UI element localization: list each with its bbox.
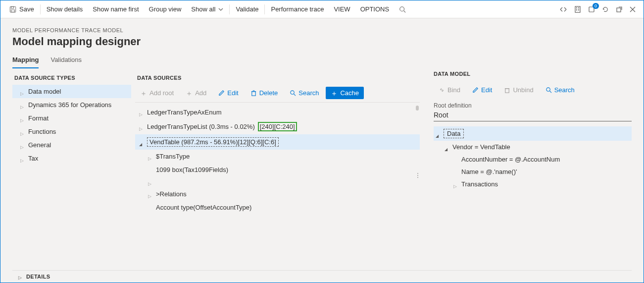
delete-icon <box>504 87 510 93</box>
row-label: Transactions <box>461 180 498 188</box>
data-source-row[interactable]: Account type(OffsetAccountType) <box>135 201 420 214</box>
delete-button[interactable]: Delete <box>246 87 283 99</box>
root-definition-value[interactable]: Root <box>434 110 632 121</box>
row-label: Vendor = VendTable <box>452 143 510 151</box>
add-button[interactable]: ＋Add <box>181 87 211 99</box>
cache-button[interactable]: ＋ Cache <box>326 87 364 99</box>
link-icon <box>439 87 445 93</box>
data-source-type-item[interactable]: Data model <box>12 85 131 98</box>
data-model-row[interactable]: Data <box>434 126 632 141</box>
svg-rect-5 <box>575 6 580 12</box>
notifications-icon[interactable]: 0 <box>588 6 595 13</box>
search-button[interactable]: Search <box>285 87 324 99</box>
edit-button[interactable]: Edit <box>213 87 243 99</box>
separator <box>229 4 230 14</box>
chevron-right-icon <box>148 192 153 197</box>
separator <box>40 4 41 14</box>
item-label: General <box>28 141 51 149</box>
search-button[interactable]: Search <box>541 84 580 96</box>
data-source-row[interactable]: 1099 box(Tax1099Fields) <box>135 163 420 176</box>
chevron-right-icon <box>139 110 144 115</box>
data-model-row[interactable]: AccountNumber = @.AccountNum <box>434 153 632 166</box>
chevron-down-icon <box>445 145 449 150</box>
search-icon <box>290 90 296 96</box>
panel-resize-handle[interactable] <box>416 170 420 180</box>
search-toolbar-button[interactable] <box>394 0 411 18</box>
svg-rect-0 <box>10 6 15 12</box>
show-details-button[interactable]: Show details <box>42 0 88 18</box>
data-source-type-item[interactable]: Format <box>12 112 131 125</box>
svg-line-18 <box>294 94 296 96</box>
chevron-right-icon <box>148 154 153 159</box>
data-source-type-item[interactable]: Dynamics 365 for Operations <box>12 98 131 112</box>
refresh-icon[interactable] <box>602 6 609 13</box>
chevron-down-icon <box>139 140 144 145</box>
item-label: Functions <box>28 128 56 135</box>
popout-icon[interactable] <box>616 6 623 13</box>
main-content: MODEL PERFORMANCE TRACE MODEL Model mapp… <box>0 18 644 283</box>
data-source-type-item[interactable]: Functions <box>12 125 131 138</box>
row-label: 1099 box(Tax1099Fields) <box>156 166 228 173</box>
data-model-header: DATA MODEL <box>434 71 632 82</box>
tab-mapping[interactable]: Mapping <box>12 53 39 68</box>
edit-button[interactable]: Edit <box>467 84 497 96</box>
show-name-first-button[interactable]: Show name first <box>88 0 144 18</box>
save-button[interactable]: Save <box>4 0 39 18</box>
tab-validations[interactable]: Validations <box>50 53 82 68</box>
data-model-row[interactable]: Transactions <box>434 178 632 190</box>
connector-icon[interactable] <box>559 6 567 12</box>
chevron-right-icon <box>20 89 25 94</box>
close-icon[interactable] <box>630 6 636 12</box>
view-button[interactable]: VIEW <box>329 0 355 18</box>
data-source-type-item[interactable]: General <box>12 138 131 152</box>
search-icon <box>399 6 406 13</box>
data-source-row[interactable]: VendTable (987.2ms - 56.91%)[12][Q:6][C:… <box>135 134 420 150</box>
options-button[interactable]: OPTIONS <box>355 0 395 18</box>
performance-trace-button[interactable]: Performance trace <box>266 0 329 18</box>
chevron-right-icon <box>20 103 25 108</box>
svg-rect-7 <box>578 7 579 8</box>
data-model-tree: DataVendor = VendTableAccountNumber = @.… <box>434 126 632 190</box>
plus-icon: ＋ <box>140 90 147 97</box>
row-label: Name = @.'name()' <box>461 168 517 175</box>
data-source-row[interactable] <box>135 176 420 187</box>
show-all-dropdown[interactable]: Show all <box>186 0 228 18</box>
data-model-row[interactable]: Vendor = VendTable <box>434 141 632 153</box>
item-label: Dynamics 365 for Operations <box>28 101 111 109</box>
chevron-right-icon <box>20 143 25 148</box>
svg-rect-11 <box>617 8 621 12</box>
row-label: LedgerTransTypeList (0.3ms - 0.02%) <box>147 123 255 130</box>
chevron-right-icon <box>20 129 25 134</box>
edit-icon <box>218 90 225 96</box>
data-sources-action-bar: ＋Add root ＋Add Edit Delete Search ＋ Cach… <box>135 85 420 103</box>
row-label: Data <box>444 129 464 138</box>
chevron-right-icon <box>148 179 153 184</box>
svg-rect-1 <box>11 6 14 8</box>
save-icon <box>9 6 16 13</box>
bind-button[interactable]: Bind <box>434 84 465 96</box>
data-source-row[interactable]: $TransType <box>135 150 420 163</box>
edit-icon <box>472 87 479 93</box>
row-label: LedgerTransTypeAxEnum <box>147 109 222 116</box>
chevron-right-icon <box>18 274 23 279</box>
data-sources-tree: LedgerTransTypeAxEnumLedgerTransTypeList… <box>135 103 420 270</box>
row-label: >Relations <box>156 190 187 198</box>
data-source-row[interactable]: LedgerTransTypeList (0.3ms - 0.02%)[240]… <box>135 119 420 134</box>
data-source-row[interactable]: >Relations <box>135 187 420 201</box>
data-source-type-item[interactable]: Tax <box>12 152 131 165</box>
top-toolbar: Save Show details Show name first Group … <box>0 0 644 18</box>
office-icon[interactable] <box>574 6 581 13</box>
details-expander[interactable]: DETAILS <box>12 270 632 283</box>
data-source-row[interactable]: LedgerTransTypeAxEnum <box>135 106 420 119</box>
group-view-button[interactable]: Group view <box>144 0 187 18</box>
data-model-row[interactable]: Name = @.'name()' <box>434 166 632 178</box>
page-title: Model mapping designer <box>12 35 632 48</box>
unbind-button[interactable]: Unbind <box>499 84 538 96</box>
add-root-button[interactable]: ＋Add root <box>135 87 179 99</box>
root-definition-label: Root definition <box>434 101 632 110</box>
scrollbar-thumb-top[interactable] <box>416 106 419 111</box>
data-model-action-bar: Bind Edit Unbind Search <box>434 82 632 101</box>
data-source-types-header: DATA SOURCE TYPES <box>12 71 131 85</box>
validate-button[interactable]: Validate <box>231 0 263 18</box>
plus-icon: ＋ <box>186 90 193 97</box>
